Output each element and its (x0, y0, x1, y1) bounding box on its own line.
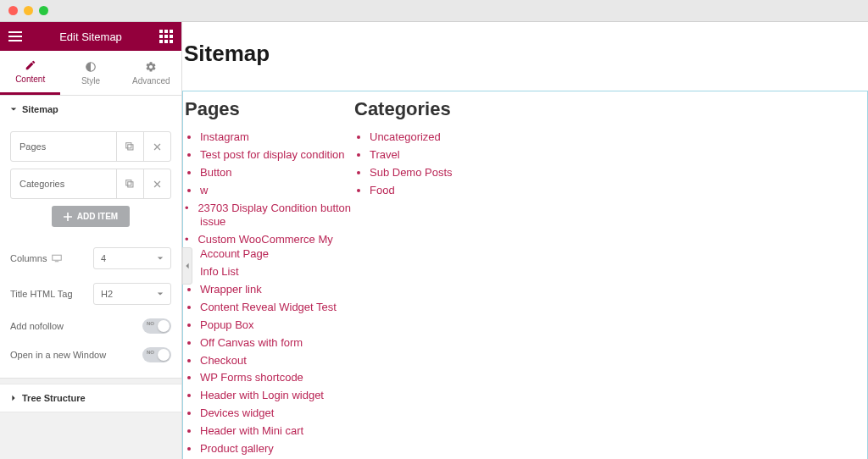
toggle-no-label: NO (147, 321, 154, 326)
sitemap-categories-list: Uncategorized Travel Sub Demo Posts Food (354, 130, 524, 198)
caret-right-icon (10, 395, 17, 401)
list-item[interactable]: Checkout (200, 354, 354, 368)
list-item[interactable]: Food (370, 184, 524, 198)
list-item[interactable]: Uncategorized (370, 130, 524, 145)
menu-icon[interactable] (8, 30, 22, 43)
list-item[interactable]: Off Canvas with form (200, 336, 354, 351)
title-tag-label: Title HTML Tag (10, 289, 73, 299)
page-title: Sitemap (184, 41, 868, 67)
svg-rect-13 (128, 144, 133, 149)
tab-style[interactable]: Style (60, 51, 120, 95)
svg-rect-17 (53, 255, 62, 260)
title-tag-select[interactable]: H2 (93, 283, 171, 305)
nofollow-toggle[interactable]: NO (142, 318, 171, 334)
list-item[interactable]: Test post for display condition (200, 148, 354, 163)
list-item[interactable]: • Custom WooCommerce My Account Page (185, 233, 354, 262)
list-item[interactable]: Button (200, 166, 354, 180)
tab-style-label: Style (81, 76, 100, 86)
sitemap-widget[interactable]: Pages Instagram Test post for display co… (182, 91, 868, 459)
svg-rect-10 (164, 40, 168, 43)
section-sitemap-label: Sitemap (22, 104, 58, 114)
tab-content-label: Content (15, 75, 45, 84)
section-sitemap: Sitemap Pages Categories (0, 96, 181, 379)
section-sitemap-body: Pages Categories (0, 123, 181, 378)
columns-select[interactable]: 4 (93, 247, 171, 269)
list-item[interactable]: Wrapper link (200, 283, 354, 297)
chevron-left-icon (184, 263, 191, 269)
close-icon (153, 142, 162, 152)
close-icon (153, 180, 162, 189)
sitemap-categories-title: Categories (354, 98, 524, 120)
repeater-item-categories[interactable]: Categories (10, 169, 171, 199)
list-item[interactable]: Header with Mini cart (200, 424, 354, 439)
list-item[interactable]: w (200, 184, 354, 198)
add-item-button[interactable]: ADD ITEM (52, 206, 130, 227)
copy-icon (125, 180, 135, 189)
list-item[interactable]: Instagram (200, 130, 354, 145)
sitemap-pages-title: Pages (185, 98, 354, 120)
list-item[interactable]: Header with Login widget (200, 389, 354, 403)
section-tree-toggle[interactable]: Tree Structure (0, 384, 181, 412)
section-tree-structure: Tree Structure (0, 384, 181, 412)
tab-content[interactable]: Content (0, 51, 60, 95)
svg-rect-4 (164, 30, 168, 33)
svg-rect-0 (8, 31, 22, 33)
section-sitemap-toggle[interactable]: Sitemap (0, 96, 181, 123)
svg-rect-5 (170, 30, 173, 33)
minimize-window-dot[interactable] (24, 6, 33, 15)
window-titlebar (0, 0, 868, 22)
repeater-item-pages[interactable]: Pages (10, 131, 171, 162)
list-item[interactable]: Popup Box (200, 318, 354, 333)
panel-tabs: Content Style Advanced (0, 51, 181, 96)
duplicate-button[interactable] (116, 169, 143, 198)
control-columns: Columns 4 (10, 241, 171, 276)
remove-button[interactable] (143, 132, 170, 161)
list-item[interactable]: • 23703 Display Condition button issue (185, 202, 354, 230)
new-window-toggle[interactable]: NO (142, 347, 171, 362)
columns-value: 4 (101, 253, 106, 263)
sitemap-column-categories: Categories Uncategorized Travel Sub Demo… (354, 98, 524, 459)
svg-rect-1 (8, 36, 22, 37)
list-item[interactable]: Travel (370, 148, 524, 163)
toggle-knob (158, 320, 170, 332)
title-tag-value: H2 (101, 289, 113, 299)
apps-grid-icon[interactable] (159, 30, 173, 43)
maximize-window-dot[interactable] (39, 6, 48, 15)
tab-advanced-label: Advanced (132, 76, 170, 86)
svg-rect-3 (159, 30, 163, 33)
list-item[interactable]: Sub Demo Posts (370, 166, 524, 180)
svg-rect-11 (170, 40, 173, 43)
svg-rect-16 (126, 180, 131, 185)
list-item[interactable]: Product gallery (200, 442, 354, 456)
svg-rect-9 (159, 40, 163, 43)
section-tree-label: Tree Structure (22, 393, 86, 403)
sitemap-pages-list-cont: Info List Wrapper link Content Reveal Wi… (185, 265, 354, 459)
toggle-knob (158, 349, 170, 361)
list-item[interactable]: Devices widget (200, 406, 354, 421)
control-nofollow: Add nofollow NO (10, 312, 171, 340)
copy-icon (125, 142, 135, 152)
svg-rect-6 (159, 35, 163, 38)
list-item[interactable]: Info List (200, 265, 354, 279)
list-item[interactable]: Content Reveal Widget Test (200, 301, 354, 315)
caret-down-icon (10, 106, 17, 113)
repeater-item-categories-label: Categories (11, 179, 116, 189)
desktop-icon[interactable] (52, 253, 62, 263)
nofollow-label: Add nofollow (10, 321, 64, 331)
close-window-dot[interactable] (8, 6, 18, 15)
app-frame: Edit Sitemap Content Style Advanced Si (0, 22, 868, 459)
panel-title: Edit Sitemap (59, 30, 122, 43)
duplicate-button[interactable] (116, 132, 143, 161)
sitemap-pages-list: Instagram Test post for display conditio… (185, 130, 354, 198)
editor-panel: Edit Sitemap Content Style Advanced Si (0, 22, 182, 459)
svg-rect-7 (164, 35, 168, 38)
repeater-item-pages-label: Pages (11, 141, 116, 152)
svg-rect-14 (126, 142, 131, 147)
remove-button[interactable] (143, 169, 170, 198)
list-item[interactable]: WP Forms shortcode (200, 371, 354, 385)
toggle-no-label: NO (147, 350, 154, 355)
collapse-panel-handle[interactable] (182, 247, 192, 285)
panel-header: Edit Sitemap (0, 22, 181, 51)
control-new-window: Open in a new Window NO (10, 340, 171, 369)
tab-advanced[interactable]: Advanced (121, 51, 181, 95)
